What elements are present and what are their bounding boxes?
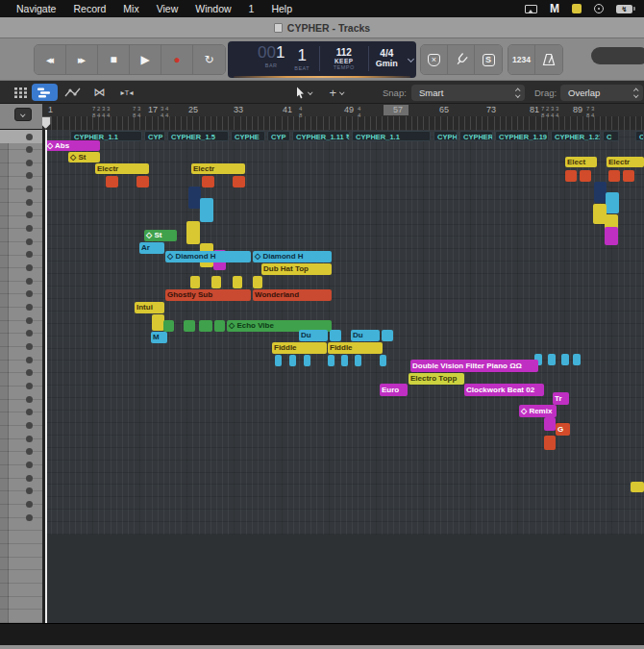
catch-playhead-button[interactable]: ▸T◂ xyxy=(114,84,139,101)
m-app-icon[interactable]: M xyxy=(550,3,559,14)
track-record-dot[interactable] xyxy=(26,251,33,258)
track-record-dot[interactable] xyxy=(26,134,33,140)
region-electro-topp[interactable]: Electro Topp xyxy=(409,373,464,385)
audio-region-cypher-1-11[interactable]: CYPHER_1.11 ↻ xyxy=(292,131,350,141)
region-block[interactable] xyxy=(202,176,214,187)
count-in-button[interactable]: 1234 xyxy=(508,45,535,74)
snap-dropdown[interactable]: Smart xyxy=(411,85,525,101)
region-block[interactable] xyxy=(631,482,644,492)
region-block[interactable] xyxy=(330,330,341,341)
menu-item-record[interactable]: Record xyxy=(64,3,114,14)
region-block[interactable] xyxy=(608,170,620,182)
region-block[interactable] xyxy=(328,355,334,366)
region-electr[interactable]: Electr xyxy=(95,163,149,174)
region-block[interactable] xyxy=(186,221,200,244)
region-wonderland[interactable]: Wonderland xyxy=(253,289,332,301)
region-euro[interactable]: Euro xyxy=(380,384,408,396)
flex-button[interactable]: ⋈ xyxy=(87,84,111,101)
solo-button[interactable]: S xyxy=(475,45,502,74)
region-ghostly-sub[interactable]: Ghostly Sub xyxy=(165,289,251,301)
region-block[interactable] xyxy=(233,276,242,288)
region-block[interactable] xyxy=(341,355,348,366)
region-block[interactable] xyxy=(289,355,296,366)
library-grid-button[interactable] xyxy=(10,84,31,101)
audio-region-cyp[interactable]: CYP xyxy=(267,131,290,141)
track-record-dot[interactable] xyxy=(26,383,33,389)
track-record-dot[interactable] xyxy=(26,225,33,232)
track-record-dot[interactable] xyxy=(26,212,33,218)
region-block[interactable] xyxy=(233,176,245,187)
region-block[interactable] xyxy=(304,355,310,366)
region-block[interactable] xyxy=(275,355,282,366)
region-st[interactable]: ◇ St xyxy=(144,230,177,241)
region-block[interactable] xyxy=(163,320,174,332)
track-record-dot[interactable] xyxy=(26,238,33,245)
audio-region-cyphe[interactable]: CYPHE xyxy=(231,131,265,141)
audio-region-cypher[interactable]: CYPHER_ xyxy=(459,131,493,141)
region-abs[interactable]: ◇ Abs xyxy=(45,140,100,151)
region-block[interactable] xyxy=(548,354,556,365)
track-record-dot[interactable] xyxy=(26,501,33,508)
region-tr[interactable]: Tr xyxy=(553,392,569,405)
track-record-dot[interactable] xyxy=(26,199,33,206)
stop-button[interactable]: ■ xyxy=(98,45,130,74)
menu-item-1[interactable]: 1 xyxy=(240,3,263,14)
audio-region-cyph[interactable]: CYPH xyxy=(433,131,458,141)
audio-region-cypher-1-21[interactable]: CYPHER_1.21 xyxy=(551,131,601,141)
track-record-dot[interactable] xyxy=(26,475,33,482)
yellow-app-icon[interactable] xyxy=(572,4,582,13)
region-ar[interactable]: Ar xyxy=(139,242,164,254)
region-block[interactable] xyxy=(565,170,577,182)
audio-region-c[interactable]: C xyxy=(603,131,619,141)
region-block[interactable] xyxy=(544,417,556,431)
bar-ruler[interactable] xyxy=(42,104,644,130)
track-record-dot[interactable] xyxy=(26,369,33,376)
region-fiddle[interactable]: Fiddle xyxy=(328,342,383,354)
play-button[interactable]: ▶ xyxy=(130,45,161,74)
audio-region-cypher-1-19[interactable]: CYPHER_1.19 xyxy=(495,131,549,141)
menu-item-window[interactable]: Window xyxy=(186,3,239,14)
lcd-display[interactable]: 001 BAR 1 BEAT 112 KEEP TEMPO 4/4 Gmin xyxy=(228,41,416,78)
track-record-dot[interactable] xyxy=(26,146,33,153)
lcd-tempo-section[interactable]: 112 KEEP TEMPO xyxy=(320,43,368,74)
track-record-dot[interactable] xyxy=(26,436,33,442)
track-record-dot[interactable] xyxy=(26,357,33,363)
region-du[interactable]: Du xyxy=(351,330,380,341)
region-electr[interactable]: Electr xyxy=(607,157,644,167)
no-overlap-button[interactable]: × xyxy=(421,45,448,74)
region-g[interactable]: G xyxy=(556,423,570,436)
cycle-button[interactable]: ↻ xyxy=(193,45,225,74)
menu-item-navigate[interactable]: Navigate xyxy=(8,3,64,14)
region-remix[interactable]: ◇ Remix xyxy=(519,405,557,417)
region-block[interactable] xyxy=(544,436,556,450)
region-block[interactable] xyxy=(623,170,634,182)
region-electr[interactable]: Electr xyxy=(191,163,245,174)
menu-item-help[interactable]: Help xyxy=(262,3,301,14)
track-record-dot[interactable] xyxy=(26,487,33,494)
region-fiddle[interactable]: Fiddle xyxy=(272,342,327,354)
region-block[interactable] xyxy=(606,192,619,213)
region-diamond-h[interactable]: ◇ Diamond H xyxy=(165,251,251,262)
drag-dropdown[interactable]: Overlap xyxy=(560,85,643,101)
region-block[interactable] xyxy=(561,354,569,365)
track-record-dot[interactable] xyxy=(26,448,33,455)
automation-button[interactable] xyxy=(61,84,85,101)
audio-region-c[interactable]: C xyxy=(635,131,644,141)
region-block[interactable] xyxy=(214,320,225,332)
pointer-tool-menu[interactable] xyxy=(288,84,319,101)
region-block[interactable] xyxy=(605,227,618,245)
tuner-button[interactable] xyxy=(448,45,475,74)
selected-track-header[interactable] xyxy=(0,130,42,143)
region-double-vision-filter-piano[interactable]: Double Vision Filter Piano ΩΩ xyxy=(410,360,538,372)
audio-region-cypher-1-5[interactable]: CYPHER_1.5 xyxy=(167,131,229,141)
region-block[interactable] xyxy=(382,330,393,341)
region-block[interactable] xyxy=(355,355,361,366)
region-st[interactable]: ◇ St xyxy=(68,152,100,162)
region-block[interactable] xyxy=(190,276,200,288)
battery-icon[interactable]: ↯ xyxy=(616,5,632,13)
metronome-button[interactable] xyxy=(535,45,562,74)
lcd-key-section[interactable]: 4/4 Gmin xyxy=(369,43,406,74)
menu-item-view[interactable]: View xyxy=(148,3,187,14)
track-record-dot[interactable] xyxy=(26,186,33,192)
region-block[interactable] xyxy=(200,198,213,222)
